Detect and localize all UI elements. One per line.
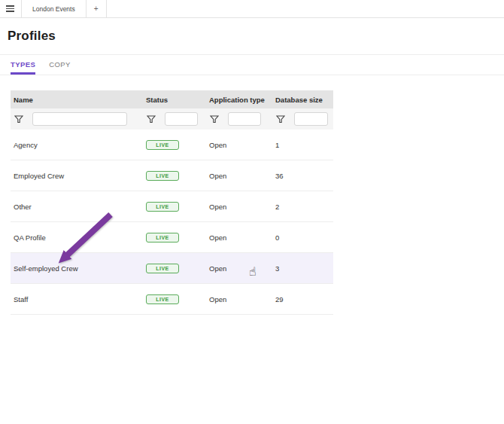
status-badge: LIVE bbox=[146, 294, 179, 304]
row-status: LIVE bbox=[143, 294, 206, 304]
row-status: LIVE bbox=[143, 233, 206, 243]
row-name: QA Profile bbox=[11, 233, 143, 242]
filter-icon[interactable] bbox=[14, 115, 23, 124]
table-row[interactable]: AgencyLIVEOpen1 bbox=[11, 130, 333, 160]
status-badge: LIVE bbox=[146, 233, 179, 243]
row-application-type: Open bbox=[206, 233, 272, 242]
table-row[interactable]: OtherLIVEOpen2 bbox=[11, 191, 333, 222]
row-application-type: Open bbox=[206, 264, 272, 273]
filter-icon[interactable] bbox=[210, 115, 219, 124]
table-row[interactable]: Employed CrewLIVEOpen36 bbox=[11, 160, 333, 191]
status-badge: LIVE bbox=[146, 264, 179, 273]
row-name: Self-employed Crew bbox=[11, 264, 143, 273]
row-database-size: 1 bbox=[272, 141, 333, 149]
menu-icon[interactable] bbox=[0, 0, 21, 17]
row-database-size: 0 bbox=[272, 233, 333, 242]
page-tabs: TYPES COPY bbox=[0, 55, 504, 75]
row-database-size: 36 bbox=[272, 172, 333, 180]
page-title: Profiles bbox=[8, 29, 504, 44]
row-database-size: 29 bbox=[272, 295, 333, 304]
table-row[interactable]: StaffLIVEOpen29 bbox=[11, 284, 333, 315]
filter-status-input[interactable] bbox=[165, 112, 198, 126]
row-status: LIVE bbox=[143, 140, 206, 150]
filter-row bbox=[11, 108, 333, 130]
table-row[interactable]: QA ProfileLIVEOpen0 bbox=[11, 222, 333, 253]
table-body: AgencyLIVEOpen1Employed CrewLIVEOpen36Ot… bbox=[11, 130, 333, 315]
row-name: Staff bbox=[11, 295, 143, 304]
topbar: London Events + bbox=[0, 0, 504, 18]
filter-icon[interactable] bbox=[276, 115, 285, 124]
app-window: London Events + Profiles TYPES COPY Name… bbox=[0, 0, 504, 424]
page-header: Profiles bbox=[0, 18, 504, 55]
row-database-size: 3 bbox=[272, 264, 333, 273]
filter-database-size-input[interactable] bbox=[294, 112, 328, 126]
row-application-type: Open bbox=[206, 172, 272, 180]
row-name: Agency bbox=[11, 141, 143, 149]
row-status: LIVE bbox=[143, 202, 206, 212]
table-header-row: Name Status Application type Database si… bbox=[11, 90, 333, 108]
workspace-tab-label: London Events bbox=[32, 5, 75, 13]
row-status: LIVE bbox=[143, 171, 206, 181]
row-name: Other bbox=[11, 203, 143, 211]
status-badge: LIVE bbox=[146, 202, 179, 212]
row-application-type: Open bbox=[206, 203, 272, 211]
status-badge: LIVE bbox=[146, 140, 179, 150]
filter-application-type-input[interactable] bbox=[228, 112, 261, 126]
column-header-application-type[interactable]: Application type bbox=[206, 96, 272, 104]
status-badge: LIVE bbox=[146, 171, 179, 181]
column-header-database-size[interactable]: Database size bbox=[272, 96, 333, 104]
new-tab-button[interactable]: + bbox=[87, 0, 107, 17]
tab-copy[interactable]: COPY bbox=[49, 55, 71, 75]
row-database-size: 2 bbox=[272, 203, 333, 211]
column-header-status[interactable]: Status bbox=[143, 96, 206, 104]
profiles-table: Name Status Application type Database si… bbox=[11, 90, 333, 315]
row-name: Employed Crew bbox=[11, 172, 143, 180]
filter-name-input[interactable] bbox=[32, 112, 127, 126]
tab-types[interactable]: TYPES bbox=[11, 55, 35, 75]
row-application-type: Open bbox=[206, 141, 272, 149]
filter-icon[interactable] bbox=[147, 115, 156, 124]
workspace-tab[interactable]: London Events bbox=[21, 0, 87, 17]
table-row[interactable]: Self-employed CrewLIVEOpen3 bbox=[11, 253, 333, 284]
row-application-type: Open bbox=[206, 295, 272, 304]
row-status: LIVE bbox=[143, 264, 206, 273]
column-header-name[interactable]: Name bbox=[11, 96, 143, 104]
